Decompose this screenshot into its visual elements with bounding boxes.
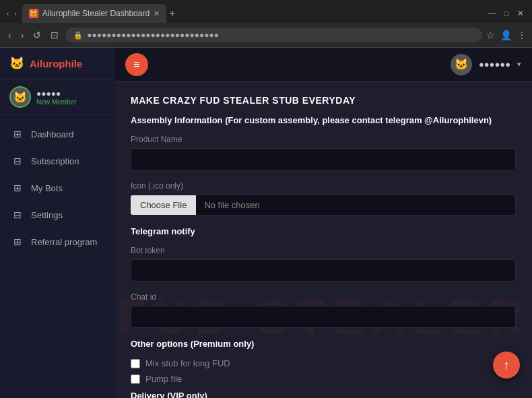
sidebar-item-label: Settings [31,210,63,220]
content-area[interactable]: MAKE CRAZY FUD STEALER STUB EVERYDAY Ass… [114,81,532,398]
user-section: 🐱 ●●●●● New Member [0,79,114,115]
hamburger-icon: ≡ [133,59,139,71]
settings-icon: ⊟ [11,208,24,222]
sidebar-item-label: Referral program [31,237,97,247]
icon-group: Icon (.ico only) Choose File No file cho… [131,181,516,215]
pump-file-label: Pump file [145,374,182,384]
hamburger-button[interactable]: ≡ [125,53,148,76]
tab-bar: ‹ › 🐱 Ailurophile Stealer Dashboard ✕ + … [0,0,532,23]
mix-stub-checkbox[interactable] [131,359,140,368]
sidebar-item-label: Subscription [31,156,79,166]
minimize-button[interactable]: — [486,7,499,20]
top-bar-right: 🐱 ●●●●●● ▾ [451,54,521,75]
choose-file-button[interactable]: Choose File [131,195,196,215]
sidebar-item-referral[interactable]: ⊞ Referral program [0,228,114,255]
referral-icon: ⊞ [11,235,24,248]
chat-id-input[interactable] [131,306,516,328]
page-title: MAKE CRAZY FUD STEALER STUB EVERYDAY [131,95,516,106]
logo-text: Ailurophile [30,58,82,69]
address-text: ●●●●●●●●●●●●●●●●●●●●●●●●●●● [87,30,219,40]
chevron-down-icon[interactable]: ▾ [517,60,521,69]
sidebar-item-label: My Bots [31,183,63,193]
tab-close-button[interactable]: ✕ [154,9,160,18]
sidebar-item-subscription[interactable]: ⊟ Subscription [0,147,114,174]
top-user-avatar: 🐱 [451,54,472,75]
file-input-row: Choose File No file chosen [131,195,516,215]
icon-label: Icon (.ico only) [131,181,516,191]
bot-token-label: Bot token [131,246,516,255]
file-name-display: No file chosen [196,195,516,215]
address-bar-actions: ☆ 👤 ⋮ [486,30,527,40]
reload-button[interactable]: ↺ [30,28,44,42]
menu-icon[interactable]: ⋮ [517,30,527,40]
right-panel: ≡ 🐱 ●●●●●● ▾ FUD STEALER MAKE CRAZY FUD … [114,48,532,398]
maximize-button[interactable]: □ [502,7,512,20]
close-button[interactable]: ✕ [514,7,527,20]
product-name-label: Product Name [131,135,516,144]
sidebar-item-dashboard[interactable]: ⊞ Dashboard [0,121,114,147]
product-name-group: Product Name [131,135,516,170]
lock-icon: 🔒 [73,31,83,40]
telegram-section-label: Telegram notify [131,226,516,236]
back-button[interactable]: ‹ [5,28,14,42]
bot-token-group: Bot token [131,246,516,281]
new-tab-button[interactable]: + [169,7,175,20]
sidebar-header: 🐱 Ailurophile [0,48,114,79]
user-info: ●●●●● New Member [36,89,105,106]
user-role: New Member [36,98,105,106]
sidebar-item-label: Dashboard [31,129,74,139]
app-container: 🐱 Ailurophile 🐱 ●●●●● New Member ⊞ Dashb… [0,48,532,398]
sidebar-item-my-bots[interactable]: ⊞ My Bots [0,174,114,201]
content-wrapper: MAKE CRAZY FUD STEALER STUB EVERYDAY Ass… [131,95,516,398]
tab-title: Ailurophile Stealer Dashboard [42,9,149,18]
chat-id-group: Chat id [131,292,516,328]
address-bar[interactable]: 🔒 ●●●●●●●●●●●●●●●●●●●●●●●●●●● [65,28,482,42]
tab-nav-left[interactable]: ‹ [5,9,10,19]
username: ●●●●● [36,89,105,98]
logo-icon: 🐱 [9,56,24,71]
avatar-image: 🐱 [13,91,27,104]
forward-button[interactable]: › [18,28,27,42]
avatar: 🐱 [9,86,31,108]
chat-id-label: Chat id [131,292,516,302]
nav-items: ⊞ Dashboard ⊟ Subscription ⊞ My Bots ⊟ S… [0,115,114,398]
other-options-label: Other options (Premium only) [131,339,516,349]
browser-chrome: ‹ › 🐱 Ailurophile Stealer Dashboard ✕ + … [0,0,532,48]
bot-token-input[interactable] [131,259,516,281]
top-username: ●●●●●● [479,59,510,69]
address-bar-row: ‹ › ↺ ⊡ 🔒 ●●●●●●●●●●●●●●●●●●●●●●●●●●● ☆ … [0,23,532,47]
product-name-input[interactable] [131,148,516,170]
bots-icon: ⊞ [11,181,24,195]
pump-file-row: Pump file [131,374,516,384]
mix-stub-label: Mix stub for long FUD [145,358,230,368]
top-bar: ≡ 🐱 ●●●●●● ▾ [114,48,532,81]
mix-stub-row: Mix stub for long FUD [131,358,516,368]
assembly-subtitle: Assembly Information (For custom assembl… [131,115,516,125]
dashboard-icon: ⊞ [11,127,24,141]
tab-nav-icons: ‹ › [5,9,18,19]
sidebar-item-settings[interactable]: ⊟ Settings [0,201,114,228]
sidebar: 🐱 Ailurophile 🐱 ●●●●● New Member ⊞ Dashb… [0,48,114,398]
bookmark-icon[interactable]: ☆ [486,30,495,40]
pump-file-checkbox[interactable] [131,374,140,384]
subscription-icon: ⊟ [11,154,24,168]
tab-favicon: 🐱 [29,9,38,18]
cast-button[interactable]: ⊡ [48,28,61,42]
active-tab[interactable]: 🐱 Ailurophile Stealer Dashboard ✕ [22,4,166,23]
tab-nav-right[interactable]: › [13,9,18,19]
profile-icon[interactable]: 👤 [500,30,512,40]
delivery-section-label: Delivery (VIP only) [131,391,516,398]
